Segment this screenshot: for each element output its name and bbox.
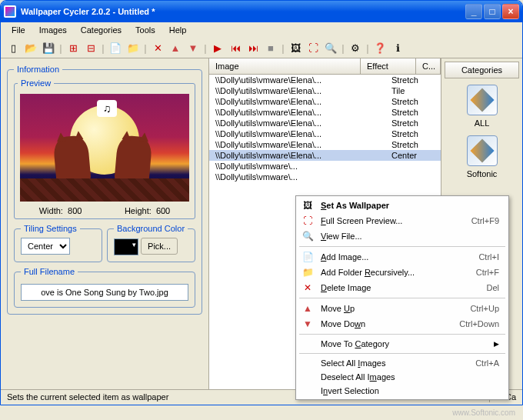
save-icon[interactable]: 💾 — [41, 40, 56, 55]
category-label: Softonic — [445, 169, 519, 178]
list-row[interactable]: \\Dolly\utils\vmware\Elena\...Tile — [209, 85, 441, 96]
options-icon[interactable]: ⚙ — [348, 40, 363, 55]
ctx-select-all[interactable]: Select All ImagesCtrl+A — [298, 356, 507, 370]
menu-categories[interactable]: Categories — [75, 24, 128, 36]
down-icon: ▼ — [301, 318, 315, 329]
separator — [299, 353, 505, 354]
row-path: \\Dolly\utils\vmware\Elena\... — [209, 108, 385, 117]
information-group: Information Preview ♫ Width: 800 Height:… — [7, 65, 202, 315]
list-row[interactable]: \\Dolly\utils\vmware\Elena\...Stretch — [209, 107, 441, 118]
music-note-icon: ♫ — [97, 100, 117, 117]
titlebar: Wallpaper Cycler 2.0.2 - Untitled * _ □ … — [1, 1, 522, 22]
height-label: Height: — [125, 206, 152, 215]
column-category[interactable]: C... — [416, 58, 441, 74]
list-row[interactable]: \\Dolly\utils\vmware\... — [209, 161, 441, 172]
list-row[interactable]: \\Dolly\utils\vmware\Elena\...Stretch — [209, 75, 441, 85]
ctx-move-to-category[interactable]: Move To Category▶ — [298, 337, 507, 351]
set-wallpaper-icon[interactable]: 🖼 — [288, 40, 303, 55]
row-effect: Stretch — [385, 118, 441, 128]
ctx-add-image[interactable]: 📄Add Image...Ctrl+I — [298, 249, 507, 265]
row-effect: Stretch — [385, 75, 441, 85]
separator: | — [101, 40, 105, 55]
ctx-invert-selection[interactable]: Invert Selection — [298, 384, 507, 398]
watermark: www.Softonic.com — [452, 408, 515, 417]
add-category-icon[interactable]: ⊞ — [65, 40, 81, 55]
ctx-deselect-all[interactable]: Deselect All Images — [298, 370, 507, 384]
row-effect: Center — [385, 151, 441, 160]
new-icon[interactable]: ▯ — [5, 40, 21, 55]
separator: | — [143, 40, 148, 55]
menu-tools[interactable]: Tools — [129, 24, 162, 36]
menu-images[interactable]: Images — [33, 24, 73, 36]
list-row[interactable]: \\Dolly\utils\vmware\Elena\...Stretch — [209, 128, 441, 139]
prev-icon[interactable]: ⏮ — [228, 40, 243, 55]
row-effect: Stretch — [385, 108, 441, 117]
menu-bar: File Images Categories Tools Help — [1, 22, 522, 38]
separator: | — [341, 40, 345, 55]
menu-help[interactable]: Help — [163, 24, 193, 36]
row-path: \\Dolly\utils\vmware\Elena\... — [209, 140, 385, 149]
filename-group: Full Filename ove is One Song Sung by Tw… — [14, 267, 195, 308]
tiling-select[interactable]: Center — [21, 238, 70, 255]
minimize-button[interactable]: _ — [465, 4, 482, 19]
fullscreen-icon[interactable]: ⛶ — [305, 40, 321, 55]
ctx-move-down[interactable]: ▼Move DownCtrl+Down — [298, 316, 507, 332]
row-effect — [385, 162, 441, 171]
column-image[interactable]: Image — [209, 58, 361, 74]
help-icon[interactable]: ❓ — [372, 40, 388, 55]
list-row[interactable]: \\Dolly\utils\vmware\Elena\...Stretch — [209, 96, 441, 107]
next-icon[interactable]: ⏭ — [245, 40, 261, 55]
ctx-delete-image[interactable]: ✕Delete ImageDel — [298, 280, 507, 295]
about-icon[interactable]: ℹ — [390, 40, 405, 55]
width-value: 800 — [68, 206, 82, 215]
add-folder-icon: 📁 — [301, 267, 315, 278]
width-label: Width: — [39, 206, 63, 215]
height-value: 600 — [156, 206, 170, 215]
ctx-move-up[interactable]: ▲Move UpCtrl+Up — [298, 301, 507, 316]
ctx-add-folder[interactable]: 📁Add Folder Recursively...Ctrl+F — [298, 265, 507, 280]
ctx-full-preview[interactable]: ⛶Full Screen Preview...Ctrl+F9 — [298, 213, 507, 228]
row-effect: Stretch — [385, 97, 441, 106]
category-all[interactable]: ALL — [445, 85, 519, 128]
row-path: \\Dolly\utils\vmware\Elena\... — [209, 129, 385, 138]
row-path: \\Dolly\utils\vmware\Elena\... — [209, 97, 385, 106]
preview-image: ♫ — [20, 94, 189, 202]
move-down-icon[interactable]: ▼ — [185, 40, 201, 55]
play-icon[interactable]: ▶ — [210, 40, 225, 55]
pick-button[interactable]: Pick... — [141, 238, 178, 255]
maximize-button[interactable]: □ — [484, 4, 501, 19]
stop-icon[interactable]: ■ — [263, 40, 278, 55]
add-image-icon[interactable]: 📄 — [108, 40, 123, 55]
remove-category-icon[interactable]: ⊟ — [83, 40, 98, 55]
open-icon[interactable]: 📂 — [23, 40, 38, 55]
row-effect — [385, 172, 441, 182]
separator — [299, 334, 505, 335]
menu-file[interactable]: File — [5, 24, 32, 36]
close-button[interactable]: × — [502, 4, 519, 19]
add-folder-icon[interactable]: 📁 — [125, 40, 141, 55]
color-swatch[interactable] — [114, 238, 138, 255]
separator: | — [58, 40, 63, 55]
toolbar: ▯ 📂 💾 | ⊞ ⊟ | 📄 📁 | ✕ ▲ ▼ | ▶ ⏮ ⏭ ■ | 🖼 … — [1, 38, 522, 58]
row-path: \\Dolly\utils\vmware\Elena\... — [209, 151, 385, 160]
ctx-set-wallpaper[interactable]: 🖼Set As Wallpaper — [298, 198, 507, 213]
list-row[interactable]: \\Dolly\utils\vmware\Elena\...Stretch — [209, 139, 441, 150]
info-panel: Information Preview ♫ Width: 800 Height:… — [1, 58, 208, 389]
category-icon — [467, 85, 498, 115]
list-row[interactable]: \\Dolly\utils\vmware\... — [209, 172, 441, 182]
delete-icon[interactable]: ✕ — [150, 40, 165, 55]
move-up-icon[interactable]: ▲ — [168, 40, 183, 55]
fullscreen-icon: ⛶ — [301, 215, 315, 226]
column-effect[interactable]: Effect — [361, 58, 416, 74]
submenu-arrow-icon: ▶ — [494, 340, 504, 348]
preview-legend: Preview — [18, 78, 54, 88]
preview-group: Preview ♫ Width: 800 Height: 600 — [14, 78, 195, 219]
ctx-view-file[interactable]: 🔍View File... — [298, 228, 507, 244]
list-row[interactable]: \\Dolly\utils\vmware\Elena\...Center — [209, 150, 441, 161]
view-icon[interactable]: 🔍 — [323, 40, 338, 55]
up-icon: ▲ — [301, 303, 315, 314]
category-softonic[interactable]: Softonic — [445, 135, 519, 178]
add-image-icon: 📄 — [301, 252, 315, 262]
separator — [299, 246, 505, 247]
list-row[interactable]: \\Dolly\utils\vmware\Elena\...Stretch — [209, 118, 441, 128]
